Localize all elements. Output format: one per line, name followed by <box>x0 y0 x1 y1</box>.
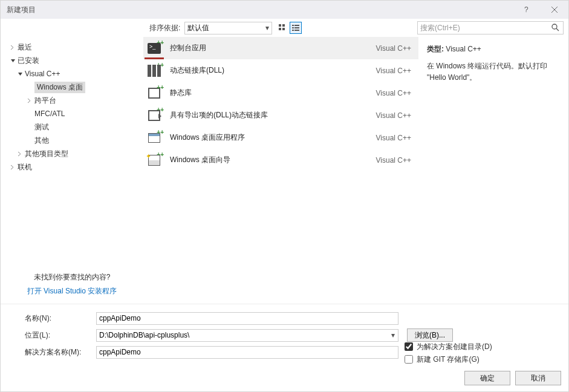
tree-other-types[interactable]: 其他项目类型 <box>5 147 138 160</box>
view-small-icons-button[interactable] <box>276 22 288 34</box>
name-row: 名称(N): <box>25 310 561 326</box>
search-placeholder: 搜索(Ctrl+E) <box>420 23 460 33</box>
svg-rect-5 <box>279 28 281 30</box>
category-tree: 最近 已安装 Visual C++ Windows 桌面 跨平台 <box>1 41 143 269</box>
template-detail: 类型: Visual C++ 在 Windows 终端运行代码。默认打印 "He… <box>418 37 568 304</box>
expand-icon <box>9 44 16 51</box>
template-row[interactable]: ++ 具有导出项的(DLL)动态链接库 Visual C++ <box>143 104 418 126</box>
desktop-wizard-icon: ++ <box>146 152 163 168</box>
solution-input[interactable] <box>96 346 398 359</box>
open-installer-link[interactable]: 打开 Visual Studio 安装程序 <box>1 286 143 296</box>
tree-cross-platform[interactable]: 跨平台 <box>5 94 138 107</box>
dll-icon: ++ <box>146 63 163 79</box>
static-lib-icon: ++ <box>146 85 163 101</box>
search-icon[interactable] <box>551 23 561 33</box>
template-row[interactable]: ++ 动态链接库(DLL) Visual C++ <box>143 59 418 82</box>
tree-visual-cpp[interactable]: Visual C++ <box>5 67 138 80</box>
collapse-icon <box>16 70 24 77</box>
expand-icon <box>26 97 33 104</box>
tree-other-cpp[interactable]: 其他 <box>5 134 138 147</box>
sort-label: 排序依据: <box>149 23 180 33</box>
svg-rect-11 <box>292 30 294 31</box>
sort-dropdown[interactable]: 默认值 ▾ <box>184 22 272 34</box>
svg-text:?: ? <box>524 6 528 13</box>
titlebar: 新建项目 ? <box>1 1 568 19</box>
svg-rect-4 <box>282 24 285 27</box>
svg-rect-3 <box>279 24 281 27</box>
template-list: ++ 控制台应用 Visual C++ ++ 动态链接库(DLL) Visual… <box>143 37 418 304</box>
svg-point-13 <box>552 24 557 29</box>
dll-export-icon: ++ <box>146 108 163 123</box>
tree-test[interactable]: 测试 <box>5 120 138 134</box>
template-row[interactable]: ++ Windows 桌面向导 Visual C++ <box>143 149 418 171</box>
view-list-button[interactable] <box>290 22 302 34</box>
tree-installed[interactable]: 已安装 <box>5 54 138 67</box>
location-combo[interactable]: ▾ <box>96 329 398 342</box>
location-input[interactable] <box>97 330 388 341</box>
window-title: 新建项目 <box>7 5 513 15</box>
svg-rect-10 <box>294 27 299 28</box>
view-toggle <box>276 22 302 34</box>
options-checks: 为解决方案创建目录(D) 新建 GIT 存储库(G) <box>405 342 492 365</box>
sidebar-footer: 未找到你要查找的内容? 打开 Visual Studio 安装程序 <box>1 269 143 304</box>
tree-online[interactable]: 联机 <box>5 160 138 174</box>
svg-rect-6 <box>282 28 285 30</box>
console-app-icon: ++ <box>146 41 163 56</box>
svg-rect-8 <box>294 25 299 26</box>
template-row[interactable]: ++ 控制台应用 Visual C++ <box>143 37 418 59</box>
tree-recent[interactable]: 最近 <box>5 41 138 54</box>
collapse-icon <box>9 57 16 64</box>
help-button[interactable]: ? <box>513 1 541 19</box>
svg-rect-9 <box>292 27 294 28</box>
sort-value: 默认值 <box>187 23 209 33</box>
expand-icon <box>16 150 24 157</box>
windows-app-icon: ++ <box>146 130 163 146</box>
name-input[interactable] <box>96 312 398 325</box>
not-found-text: 未找到你要查找的内容? <box>1 272 143 283</box>
search-input[interactable]: 搜索(Ctrl+E) <box>417 21 564 34</box>
tree-mfc-atl[interactable]: MFC/ATL <box>5 107 138 120</box>
close-button[interactable] <box>541 1 568 19</box>
top-toolbar: 排序依据: 默认值 ▾ 搜索(Ctrl+E) <box>1 19 568 37</box>
template-row[interactable]: ++ Windows 桌面应用程序 Visual C++ <box>143 126 418 149</box>
chevron-down-icon[interactable]: ▾ <box>388 331 398 339</box>
project-form: 名称(N): 位置(L): ▾ 浏览(B)... 解决方案名称(M): 为解决方… <box>1 304 568 367</box>
detail-type: 类型: Visual C++ <box>427 44 560 54</box>
tree-windows-desktop[interactable]: Windows 桌面 <box>5 80 138 94</box>
main-area: 最近 已安装 Visual C++ Windows 桌面 跨平台 <box>1 37 568 304</box>
create-git-checkbox[interactable]: 新建 GIT 存储库(G) <box>405 354 492 365</box>
template-row[interactable]: ++ 静态库 Visual C++ <box>143 82 418 104</box>
name-label: 名称(N): <box>25 313 96 324</box>
svg-rect-12 <box>294 30 299 31</box>
detail-description: 在 Windows 终端运行代码。默认打印 "Hello World"。 <box>427 60 560 83</box>
window-buttons: ? <box>513 1 568 19</box>
svg-rect-7 <box>292 25 294 26</box>
new-project-dialog: 新建项目 ? 排序依据: 默认值 ▾ 搜索(Ctrl+E) <box>0 0 569 392</box>
ok-button[interactable]: 确定 <box>464 371 510 385</box>
solution-label: 解决方案名称(M): <box>25 347 96 358</box>
svg-line-14 <box>556 28 559 31</box>
dialog-footer: 确定 取消 <box>1 367 568 391</box>
create-directory-checkbox[interactable]: 为解决方案创建目录(D) <box>405 342 492 352</box>
category-sidebar: 最近 已安装 Visual C++ Windows 桌面 跨平台 <box>1 37 143 304</box>
expand-icon <box>9 163 16 171</box>
chevron-down-icon: ▾ <box>265 24 269 32</box>
solution-row: 解决方案名称(M): 为解决方案创建目录(D) 新建 GIT 存储库(G) <box>25 344 561 360</box>
cancel-button[interactable]: 取消 <box>515 371 561 385</box>
location-label: 位置(L): <box>25 330 96 341</box>
